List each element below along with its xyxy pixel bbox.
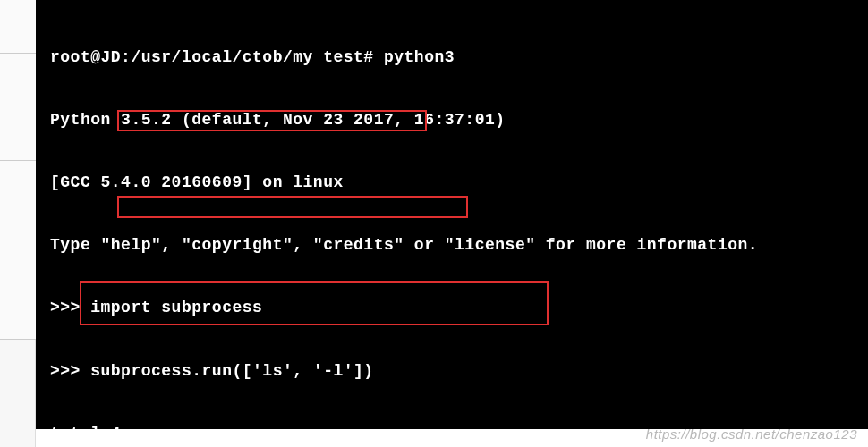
terminal-window[interactable]: root@JD:/usr/local/ctob/my_test# python3… [36, 0, 868, 429]
gutter-segment [0, 0, 36, 54]
gutter-segment [0, 161, 36, 232]
terminal-line: >>> subprocess.run(['ls', '-l']) [50, 361, 861, 382]
highlight-box [117, 196, 468, 218]
gutter-segments [0, 0, 36, 340]
terminal-line: Python 3.5.2 (default, Nov 23 2017, 16:3… [50, 110, 861, 131]
terminal-line: [GCC 5.4.0 20160609] on linux [50, 173, 861, 193]
left-gutter [0, 0, 36, 447]
terminal-line: >>> import subprocess [50, 298, 861, 318]
gutter-segment [0, 54, 36, 161]
terminal-line: Type "help", "copyright", "credits" or "… [50, 235, 861, 256]
gutter-segment [0, 232, 36, 340]
watermark-text: https://blog.csdn.net/chenzao123 [646, 426, 857, 442]
terminal-line: root@JD:/usr/local/ctob/my_test# python3 [50, 47, 861, 68]
